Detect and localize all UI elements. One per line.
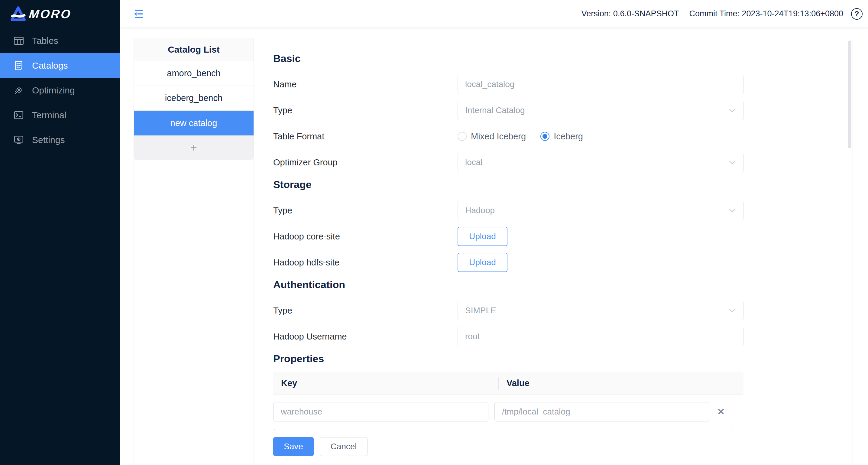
cancel-button[interactable]: Cancel xyxy=(320,437,368,456)
logo-text: MORO xyxy=(28,7,72,21)
chevron-down-icon xyxy=(729,208,736,213)
catalogs-card: Catalog List amoro_bench iceberg_bench n… xyxy=(133,38,853,465)
property-key-input[interactable] xyxy=(273,402,488,422)
radio-mixed-iceberg-label: Mixed Iceberg xyxy=(471,132,526,142)
main-area: Version: 0.6.0-SNAPSHOT Commit Time: 202… xyxy=(120,0,868,465)
storage-type-select[interactable]: Hadoop xyxy=(458,201,743,220)
optimizer-group-select[interactable]: local xyxy=(458,153,743,172)
sidebar-item-label: Catalogs xyxy=(32,60,68,71)
radio-mixed-iceberg[interactable] xyxy=(458,132,467,141)
catalog-item-amoro-bench[interactable]: amoro_bench xyxy=(134,61,254,86)
hadoop-username-input[interactable] xyxy=(458,327,743,346)
amoro-logo[interactable]: MORO xyxy=(0,0,120,28)
type-label: Type xyxy=(273,106,458,116)
catalog-form: Basic Name Type Internal Catalog xyxy=(254,38,852,465)
content-area: Catalog List amoro_bench iceberg_bench n… xyxy=(120,28,868,465)
hadoop-hdfs-site-label: Hadoop hdfs-site xyxy=(273,258,458,268)
storage-type-label: Type xyxy=(273,206,458,215)
auth-type-value: SIMPLE xyxy=(465,306,496,315)
optimizer-group-value: local xyxy=(465,157,483,167)
table-icon xyxy=(13,35,24,46)
catalog-type-value: Internal Catalog xyxy=(465,106,525,115)
menu-fold-icon[interactable] xyxy=(132,7,145,20)
chevron-down-icon xyxy=(729,108,736,113)
key-column-header: Key xyxy=(273,378,499,388)
sidebar-item-terminal[interactable]: Terminal xyxy=(0,103,120,127)
help-icon[interactable]: ? xyxy=(851,8,863,20)
catalog-type-select[interactable]: Internal Catalog xyxy=(458,101,743,120)
settings-monitor-icon xyxy=(13,135,24,145)
name-label: Name xyxy=(273,80,458,89)
topbar: Version: 0.6.0-SNAPSHOT Commit Time: 202… xyxy=(120,0,868,28)
section-heading-properties: Properties xyxy=(273,353,852,365)
value-column-header: Value xyxy=(499,378,529,388)
sidebar-item-optimizing[interactable]: Optimizing xyxy=(0,78,120,103)
section-heading-authentication: Authentication xyxy=(273,279,852,291)
amoro-logo-icon xyxy=(10,6,26,22)
catalog-icon xyxy=(13,60,24,71)
version-label: Version: 0.6.0-SNAPSHOT xyxy=(582,9,679,19)
name-input[interactable] xyxy=(458,75,743,94)
sidebar-item-label: Optimizing xyxy=(32,85,75,95)
optimizer-group-label: Optimizer Group xyxy=(273,157,458,168)
sidebar-nav: Tables Catalogs xyxy=(0,28,120,152)
sidebar-item-settings[interactable]: Settings xyxy=(0,127,120,152)
hadoop-core-site-label: Hadoop core-site xyxy=(273,232,458,241)
remove-property-icon[interactable]: ✕ xyxy=(717,407,725,417)
app-window: MORO Tables xyxy=(0,0,868,465)
core-site-upload-button[interactable]: Upload xyxy=(458,227,507,246)
catalog-item-iceberg-bench[interactable]: iceberg_bench xyxy=(134,86,254,111)
radio-iceberg[interactable] xyxy=(540,132,550,141)
scrollbar-thumb[interactable] xyxy=(848,40,851,148)
section-heading-storage: Storage xyxy=(273,179,852,191)
catalog-item-new-catalog[interactable]: new catalog xyxy=(134,111,254,136)
section-heading-basic: Basic xyxy=(273,53,852,64)
properties-table: Key Value ✕ xyxy=(273,372,743,430)
form-footer: Save Cancel xyxy=(254,430,852,465)
optimizing-gear-icon xyxy=(13,85,24,96)
hadoop-username-label: Hadoop Username xyxy=(273,332,458,342)
property-row: ✕ xyxy=(273,402,743,422)
terminal-icon xyxy=(13,110,24,121)
topbar-right: Version: 0.6.0-SNAPSHOT Commit Time: 202… xyxy=(582,8,863,20)
auth-type-label: Type xyxy=(273,306,458,316)
sidebar-item-label: Tables xyxy=(32,36,58,46)
table-format-radio-group: Mixed Iceberg Iceberg xyxy=(458,127,583,146)
save-button[interactable]: Save xyxy=(273,437,314,456)
chevron-down-icon xyxy=(729,309,736,313)
hdfs-site-upload-button[interactable]: Upload xyxy=(458,253,507,272)
property-value-input[interactable] xyxy=(494,402,709,422)
sidebar-item-label: Settings xyxy=(32,135,65,145)
catalog-list-panel: Catalog List amoro_bench iceberg_bench n… xyxy=(134,38,254,465)
sidebar-item-tables[interactable]: Tables xyxy=(0,28,120,53)
table-format-label: Table Format xyxy=(273,132,458,142)
catalog-list-title: Catalog List xyxy=(134,38,254,61)
storage-type-value: Hadoop xyxy=(465,206,495,215)
auth-type-select[interactable]: SIMPLE xyxy=(458,301,743,320)
radio-iceberg-label: Iceberg xyxy=(554,132,583,142)
sidebar: MORO Tables xyxy=(0,0,120,465)
sidebar-item-catalogs[interactable]: Catalogs xyxy=(0,53,120,78)
form-scroll-area: Basic Name Type Internal Catalog xyxy=(254,38,852,430)
commit-time-label: Commit Time: 2023-10-24T19:13:06+0800 xyxy=(689,9,843,19)
add-catalog-button[interactable]: + xyxy=(134,136,254,160)
chevron-down-icon xyxy=(729,160,736,165)
sidebar-item-label: Terminal xyxy=(32,110,66,120)
properties-table-header: Key Value xyxy=(273,372,743,395)
